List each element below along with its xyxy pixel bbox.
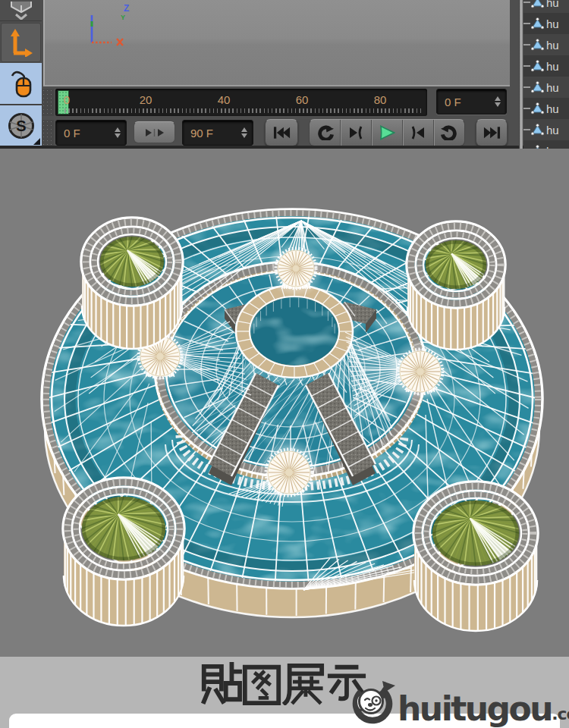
play-backward-icon bbox=[316, 125, 334, 140]
ruler-tick-label: 0 bbox=[64, 93, 70, 106]
object-item-label: hu bbox=[546, 60, 559, 73]
transport-button-group bbox=[309, 119, 465, 146]
axis-icon bbox=[9, 28, 33, 57]
ruler-tick-label: 20 bbox=[140, 93, 152, 106]
go-end-icon bbox=[483, 126, 501, 140]
polygon-object-icon bbox=[531, 17, 544, 30]
object-list-item[interactable]: hu bbox=[523, 34, 569, 55]
tree-tick bbox=[523, 86, 530, 88]
transport-drag-handle[interactable] bbox=[42, 120, 54, 146]
render-stage bbox=[0, 149, 569, 657]
polygon-object-icon bbox=[531, 102, 544, 115]
go-start-icon bbox=[273, 126, 291, 140]
mini-viewport[interactable]: Z Y bbox=[43, 0, 510, 86]
ruler-drag-handle[interactable] bbox=[42, 89, 54, 116]
section-title-text: 贴图展示 bbox=[199, 661, 367, 705]
play-forward-button[interactable] bbox=[433, 120, 464, 146]
object-list-item[interactable]: hu bbox=[523, 77, 569, 98]
object-item-label: hu bbox=[546, 124, 559, 136]
prev-key-button[interactable] bbox=[340, 120, 371, 146]
planter-bottom-left bbox=[63, 478, 184, 626]
fountain-nozzle bbox=[255, 438, 323, 507]
tree-tick bbox=[523, 2, 530, 3]
end-frame-stepper[interactable] bbox=[241, 127, 248, 139]
huitugou-dog-icon bbox=[347, 676, 398, 724]
footer-band: 贴图展示 bbox=[0, 657, 569, 728]
planter-top-left bbox=[81, 218, 183, 349]
flyout-corner bbox=[33, 138, 40, 145]
object-manager-panel: huhuhuhuhuhuhuhu bbox=[523, 0, 569, 149]
polygon-object-icon bbox=[531, 39, 544, 51]
svg-text:S: S bbox=[16, 118, 26, 134]
prev-next-key-icon bbox=[143, 128, 166, 137]
section-title: 贴图展示 bbox=[199, 661, 367, 705]
prev-key-icon bbox=[348, 126, 363, 140]
current-frame-stepper[interactable] bbox=[495, 96, 501, 108]
play-icon bbox=[379, 125, 395, 140]
start-frame-value: 0 F bbox=[64, 127, 80, 140]
polygon-object-icon bbox=[531, 0, 544, 8]
tree-tick bbox=[523, 129, 530, 130]
mouse-mode-button[interactable] bbox=[0, 63, 42, 105]
current-frame-value: 0 F bbox=[445, 96, 461, 108]
panel-splitter[interactable] bbox=[519, 0, 523, 149]
prev-next-key-button[interactable] bbox=[134, 121, 175, 143]
ruler-tick-label: 80 bbox=[374, 93, 387, 106]
go-to-end-button[interactable] bbox=[476, 119, 508, 146]
start-frame-stepper[interactable] bbox=[115, 127, 121, 139]
fountain-nozzle bbox=[267, 240, 325, 298]
polygon-object-icon bbox=[531, 81, 544, 93]
ruler-tick-label: 60 bbox=[296, 93, 309, 106]
mouse-icon bbox=[8, 68, 34, 99]
object-list-item[interactable]: hu bbox=[523, 140, 569, 149]
polygon-object-icon bbox=[531, 124, 544, 136]
axis-z-label: Z bbox=[124, 3, 129, 14]
planter-top-right bbox=[407, 221, 505, 350]
c4d-toolbar-strip: S Z Y 020406080 0 F bbox=[0, 0, 569, 149]
object-item-label: hu bbox=[546, 102, 559, 115]
axis-tool-button[interactable] bbox=[1, 23, 41, 62]
play-button[interactable] bbox=[371, 120, 402, 146]
cube-tool-button[interactable] bbox=[0, 0, 42, 21]
page: S Z Y 020406080 0 F bbox=[0, 0, 569, 728]
next-key-icon bbox=[410, 126, 426, 140]
object-list-item[interactable]: hu bbox=[523, 55, 569, 77]
fountain-wireframe-render bbox=[0, 149, 569, 657]
object-list-item[interactable]: hu bbox=[523, 119, 569, 140]
tree-tick bbox=[523, 108, 530, 109]
next-key-button[interactable] bbox=[402, 120, 433, 146]
material-tool-button[interactable]: S bbox=[0, 105, 42, 147]
current-frame-field[interactable]: 0 F bbox=[436, 89, 507, 115]
object-list-item[interactable]: hu bbox=[523, 13, 569, 34]
object-list-item[interactable]: hu bbox=[523, 0, 569, 13]
play-forward-icon bbox=[441, 125, 458, 140]
go-to-start-button[interactable] bbox=[265, 119, 298, 146]
polygon-object-icon bbox=[531, 60, 544, 72]
play-backward-button[interactable] bbox=[310, 120, 340, 146]
material-s-icon: S bbox=[7, 111, 36, 140]
object-item-label: hu bbox=[546, 81, 559, 94]
ruler-tick-label: 40 bbox=[218, 93, 231, 106]
timeline-ruler[interactable]: 020406080 bbox=[55, 89, 427, 116]
object-item-label: hu bbox=[546, 17, 559, 30]
huitugou-logo: huitugou .com bbox=[347, 676, 569, 724]
logo-suffix: .com bbox=[552, 706, 569, 724]
logo-text: huitugou bbox=[398, 694, 552, 724]
object-item-label: hu bbox=[546, 0, 559, 9]
tree-tick bbox=[523, 23, 530, 24]
object-item-label: hu bbox=[546, 39, 559, 52]
end-frame-field[interactable]: 90 F bbox=[182, 120, 253, 146]
planter-bottom-right bbox=[413, 482, 538, 631]
cube-icon bbox=[8, 2, 35, 20]
axis-y-label: Y bbox=[121, 14, 125, 21]
tree-tick bbox=[523, 65, 530, 67]
end-frame-value: 90 F bbox=[190, 127, 213, 140]
ruler-ticks bbox=[64, 108, 421, 113]
object-list-item[interactable]: hu bbox=[523, 98, 569, 119]
tree-tick bbox=[523, 44, 530, 46]
start-frame-field[interactable]: 0 F bbox=[55, 120, 127, 146]
